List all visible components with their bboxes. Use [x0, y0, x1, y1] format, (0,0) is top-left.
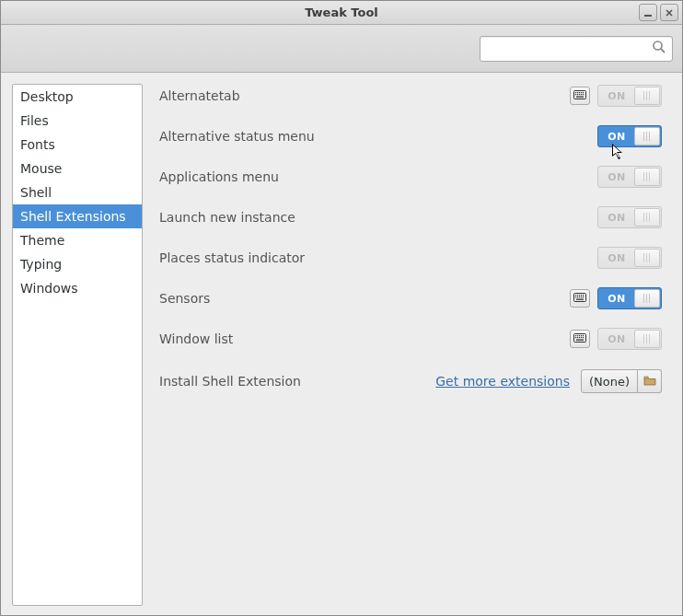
close-button[interactable] — [660, 4, 678, 21]
sidebar-item-theme[interactable]: Theme — [13, 228, 142, 252]
content: AlternatetabONAlternative status menuONA… — [152, 84, 671, 606]
keyboard-icon — [573, 89, 586, 103]
sidebar-item-mouse[interactable]: Mouse — [13, 157, 142, 180]
svg-rect-17 — [577, 295, 578, 296]
svg-rect-9 — [575, 94, 576, 95]
svg-rect-11 — [579, 94, 580, 95]
extension-row: AlternatetabON — [159, 86, 662, 106]
minimize-button[interactable] — [639, 4, 657, 21]
extension-settings-button[interactable] — [570, 330, 590, 348]
titlebar: Tweak Tool — [1, 1, 682, 25]
svg-line-2 — [661, 49, 665, 52]
extension-controls: ON — [570, 328, 662, 350]
open-folder-button[interactable] — [638, 369, 662, 393]
svg-rect-31 — [581, 335, 582, 336]
extension-toggle[interactable]: ON — [597, 206, 662, 228]
svg-rect-24 — [581, 296, 582, 297]
svg-rect-10 — [577, 94, 578, 95]
svg-rect-0 — [644, 15, 652, 17]
sidebar-item-shell[interactable]: Shell — [13, 180, 142, 204]
sidebar-item-windows[interactable]: Windows — [13, 276, 142, 300]
svg-rect-8 — [583, 92, 584, 93]
install-file-chooser[interactable]: (None) — [581, 369, 638, 393]
sidebar-item-files[interactable]: Files — [13, 109, 142, 133]
svg-rect-19 — [581, 295, 582, 296]
extension-controls: ON — [597, 247, 662, 269]
toggle-handle — [634, 168, 660, 186]
extension-row: Applications menuON — [159, 167, 662, 187]
svg-rect-14 — [576, 96, 584, 97]
svg-rect-12 — [581, 94, 582, 95]
svg-rect-18 — [579, 295, 580, 296]
extension-toggle[interactable]: ON — [597, 166, 662, 188]
svg-rect-26 — [576, 298, 584, 299]
svg-rect-32 — [583, 335, 584, 336]
extension-controls: ON — [597, 206, 662, 228]
install-row: Install Shell ExtensionGet more extensio… — [159, 369, 662, 393]
svg-rect-22 — [577, 296, 578, 297]
sidebar-item-typing[interactable]: Typing — [13, 252, 142, 276]
keyboard-icon — [573, 332, 586, 346]
toolbar — [1, 25, 682, 73]
window-controls — [639, 4, 678, 21]
get-more-extensions-link[interactable]: Get more extensions — [435, 374, 570, 389]
extension-toggle[interactable]: ON — [597, 125, 662, 147]
svg-rect-36 — [581, 337, 582, 338]
svg-rect-29 — [577, 335, 578, 336]
extension-controls: ON — [597, 166, 662, 188]
extension-label: Window list — [159, 331, 570, 346]
extension-label: Alternative status menu — [159, 129, 597, 144]
toggle-handle — [634, 87, 660, 105]
search-box[interactable] — [480, 36, 673, 62]
extension-controls: ON — [570, 287, 662, 309]
install-label: Install Shell Extension — [159, 374, 435, 389]
extension-toggle[interactable]: ON — [597, 247, 662, 269]
extension-toggle[interactable]: ON — [597, 287, 662, 309]
svg-rect-16 — [575, 295, 576, 296]
extension-row: Window listON — [159, 329, 662, 349]
sidebar-item-fonts[interactable]: Fonts — [13, 133, 142, 157]
svg-rect-39 — [644, 377, 648, 378]
sidebar-item-shell-extensions[interactable]: Shell Extensions — [13, 204, 142, 228]
extension-row: SensorsON — [159, 288, 662, 308]
extension-settings-button[interactable] — [570, 87, 590, 105]
svg-rect-13 — [583, 94, 584, 95]
extension-controls: ON — [597, 125, 662, 147]
extension-toggle[interactable]: ON — [597, 328, 662, 350]
extension-row: Alternative status menuON — [159, 126, 662, 146]
extension-label: Launch new instance — [159, 210, 597, 225]
extension-row: Places status indicatorON — [159, 248, 662, 268]
search-input[interactable] — [486, 41, 652, 55]
body: DesktopFilesFontsMouseShellShell Extensi… — [1, 73, 682, 616]
svg-rect-7 — [581, 92, 582, 93]
svg-rect-23 — [579, 296, 580, 297]
svg-rect-28 — [575, 335, 576, 336]
window-title: Tweak Tool — [305, 6, 378, 19]
svg-rect-37 — [583, 337, 584, 338]
extension-label: Alternatetab — [159, 88, 570, 103]
svg-rect-21 — [575, 296, 576, 297]
extension-settings-button[interactable] — [570, 289, 590, 308]
extension-label: Applications menu — [159, 169, 597, 184]
svg-rect-38 — [576, 339, 584, 340]
folder-icon — [643, 375, 656, 389]
toggle-handle — [634, 249, 660, 267]
extension-label: Places status indicator — [159, 250, 597, 265]
svg-point-1 — [654, 41, 662, 50]
search-icon — [652, 40, 666, 57]
toggle-handle — [634, 330, 660, 348]
svg-rect-5 — [577, 92, 578, 93]
svg-rect-25 — [583, 296, 584, 297]
sidebar: DesktopFilesFontsMouseShellShell Extensi… — [12, 84, 143, 606]
sidebar-item-desktop[interactable]: Desktop — [13, 85, 142, 109]
svg-rect-20 — [583, 295, 584, 296]
toggle-handle — [634, 127, 660, 145]
extension-row: Launch new instanceON — [159, 207, 662, 227]
extension-controls: ON — [570, 85, 662, 107]
svg-rect-35 — [579, 337, 580, 338]
extension-label: Sensors — [159, 291, 570, 306]
toggle-handle — [634, 208, 660, 227]
extension-toggle[interactable]: ON — [597, 85, 662, 107]
toggle-handle — [634, 289, 660, 308]
svg-rect-6 — [579, 92, 580, 93]
